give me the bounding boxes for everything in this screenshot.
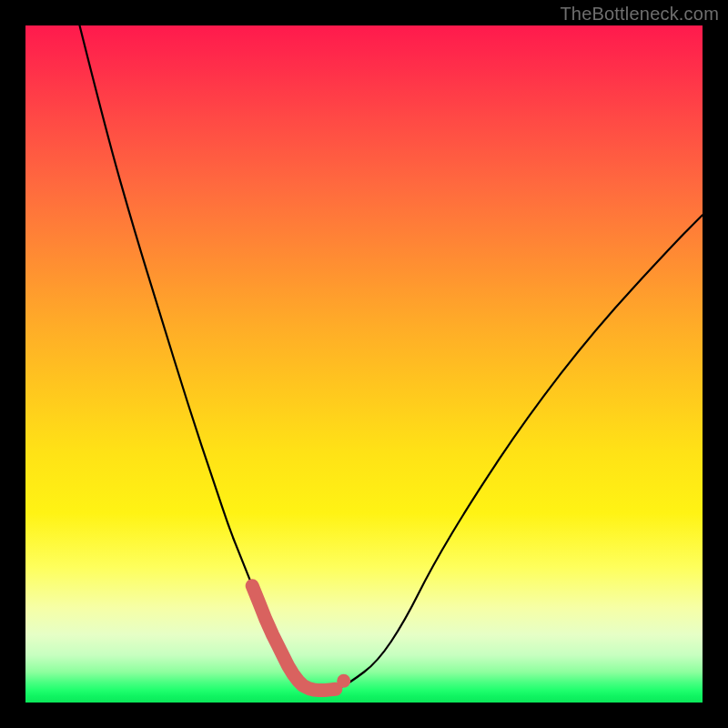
right-knee-marker (337, 674, 350, 688)
min-marker-stroke (252, 586, 336, 691)
bottleneck-curve (80, 25, 703, 691)
watermark-text: TheBottleneck.com (560, 4, 719, 25)
curve-markers (252, 586, 350, 691)
bottleneck-curve-svg (25, 25, 703, 703)
plot-area (25, 25, 703, 703)
chart-frame: TheBottleneck.com (0, 0, 728, 728)
